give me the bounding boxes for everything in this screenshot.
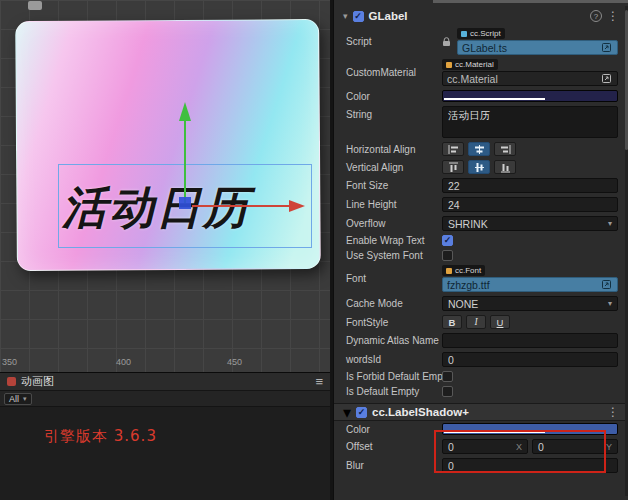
- row-string: String 活动日历: [334, 104, 628, 140]
- row-vertical-align: Vertical Align: [334, 158, 628, 176]
- color-swatch[interactable]: [442, 90, 618, 102]
- align-middle-button[interactable]: [468, 160, 490, 174]
- component-menu-icon[interactable]: ⋮: [607, 10, 619, 22]
- align-top-button[interactable]: [442, 160, 464, 174]
- component-header-labelshadow[interactable]: ▾ ✓ cc.LabelShadow+ ⋮: [334, 403, 628, 421]
- font-asset-field[interactable]: fzhzgb.ttf: [442, 277, 618, 292]
- font-size-input[interactable]: [442, 178, 618, 193]
- ruler-label: 450: [227, 357, 242, 367]
- field-label: Offset: [346, 441, 442, 452]
- bold-button[interactable]: B: [442, 315, 462, 329]
- asset-picker-icon[interactable]: [600, 72, 613, 85]
- asset-picker-icon[interactable]: [600, 278, 613, 291]
- row-shadow-offset: Offset 0 X 0 Y: [334, 437, 628, 456]
- app-window: 活动日历 350 400 450 动画图 ≡ All ▾: [0, 0, 628, 500]
- dynamic-atlas-name-input[interactable]: [442, 333, 618, 348]
- row-color: Color: [334, 88, 628, 104]
- underline-button[interactable]: U: [490, 315, 510, 329]
- words-id-input[interactable]: [442, 352, 618, 367]
- timeline-filter-row: All ▾: [0, 391, 330, 407]
- use-system-font-checkbox[interactable]: [442, 250, 453, 261]
- enable-wrap-text-checkbox[interactable]: ✓: [442, 235, 453, 246]
- offset-x-input[interactable]: 0 X: [442, 439, 528, 454]
- gizmo-center-handle[interactable]: [179, 197, 191, 209]
- italic-button[interactable]: I: [466, 315, 486, 329]
- field-label: Horizontal Align: [346, 144, 442, 155]
- inspector-panel: ▾ ✓ GLabel ? ⋮ Script cc.Script: [333, 0, 628, 500]
- field-label: String: [346, 109, 442, 120]
- component-title: GLabel: [369, 10, 408, 22]
- scene-viewport[interactable]: 活动日历 350 400 450: [0, 0, 330, 372]
- asset-type-badge: cc.Font: [442, 265, 485, 276]
- row-is-forbid-default-empty: Is Forbid Default Empty: [334, 369, 628, 384]
- component-header-glabel[interactable]: ▾ ✓ GLabel ? ⋮: [334, 6, 628, 26]
- ruler-label: 350: [2, 357, 17, 367]
- row-font-style: FontStyle B I U: [334, 313, 628, 331]
- timeline-header: 动画图 ≡: [0, 373, 330, 391]
- field-label: FontStyle: [346, 317, 442, 328]
- move-gizmo: [0, 0, 330, 372]
- is-default-empty-checkbox[interactable]: [442, 386, 453, 397]
- chevron-down-icon: ▾: [608, 219, 612, 228]
- asset-picker-icon[interactable]: [600, 41, 613, 54]
- offset-y-suffix: Y: [602, 442, 612, 452]
- field-label: Font Size: [346, 180, 442, 191]
- engine-version-annotation: 引擎版本 3.6.3: [44, 427, 157, 446]
- field-label: Blur: [346, 460, 442, 471]
- row-use-system-font: Use System Font: [334, 248, 628, 263]
- align-right-button[interactable]: [494, 142, 516, 156]
- field-label: Font: [346, 273, 442, 284]
- timeline-panel: 动画图 ≡ All ▾ 引擎版本 3.6.3: [0, 372, 330, 500]
- hamburger-menu-icon[interactable]: ≡: [315, 375, 323, 388]
- timeline-tab[interactable]: 动画图: [21, 374, 54, 389]
- gizmo-x-arrowhead[interactable]: [289, 200, 305, 212]
- field-label: CustomMaterial: [346, 67, 442, 78]
- offset-x-suffix: X: [512, 442, 522, 452]
- cache-mode-select[interactable]: NONE ▾: [442, 296, 618, 311]
- chevron-down-icon: ▾: [23, 395, 27, 403]
- align-left-button[interactable]: [442, 142, 464, 156]
- animation-clip-icon: [7, 377, 16, 386]
- material-asset-field[interactable]: cc.Material: [442, 71, 618, 86]
- shadow-blur-input[interactable]: [442, 458, 618, 473]
- row-is-default-empty: Is Default Empty: [334, 384, 628, 399]
- offset-y-input[interactable]: 0 Y: [532, 439, 618, 454]
- field-label: Is Default Empty: [346, 386, 442, 397]
- gizmo-y-arrowhead[interactable]: [179, 102, 191, 121]
- field-label: wordsId: [346, 354, 442, 365]
- component-title: cc.LabelShadow+: [372, 406, 469, 418]
- row-words-id: wordsId: [334, 350, 628, 369]
- asset-type-badge: cc.Script: [457, 28, 505, 39]
- align-bottom-button[interactable]: [494, 160, 516, 174]
- collapse-icon[interactable]: ▾: [343, 11, 348, 21]
- ruler-label: 400: [116, 357, 131, 367]
- field-label: Script: [346, 36, 442, 47]
- row-custom-material: CustomMaterial cc.Material cc.Material: [334, 57, 628, 88]
- help-icon[interactable]: ?: [590, 10, 602, 22]
- chevron-down-icon: ▾: [608, 299, 612, 308]
- field-label: Vertical Align: [346, 162, 442, 173]
- horizontal-scrollbar[interactable]: [433, 0, 628, 3]
- is-forbid-default-empty-checkbox[interactable]: [442, 371, 453, 382]
- field-label: Color: [346, 91, 442, 102]
- row-line-height: Line Height: [334, 195, 628, 214]
- component-menu-icon[interactable]: ⋮: [607, 406, 619, 418]
- component-enabled-checkbox[interactable]: ✓: [356, 407, 367, 418]
- string-textarea[interactable]: 活动日历: [442, 106, 618, 138]
- collapse-icon[interactable]: ▾: [343, 403, 351, 422]
- align-center-button[interactable]: [468, 142, 490, 156]
- row-font: Font cc.Font fzhzgb.ttf: [334, 263, 628, 294]
- row-overflow: Overflow SHRINK ▾: [334, 214, 628, 233]
- script-asset-field[interactable]: GLabel.ts: [457, 40, 618, 55]
- row-cache-mode: Cache Mode NONE ▾: [334, 294, 628, 313]
- row-horizontal-align: Horizontal Align: [334, 140, 628, 158]
- line-height-input[interactable]: [442, 197, 618, 212]
- shadow-color-swatch[interactable]: [442, 423, 618, 435]
- row-shadow-color: Color: [334, 421, 628, 437]
- row-shadow-blur: Blur: [334, 456, 628, 475]
- filter-dropdown[interactable]: All ▾: [4, 393, 32, 405]
- component-enabled-checkbox[interactable]: ✓: [353, 11, 364, 22]
- field-label: Cache Mode: [346, 298, 442, 309]
- overflow-select[interactable]: SHRINK ▾: [442, 216, 618, 231]
- filter-value: All: [9, 394, 19, 404]
